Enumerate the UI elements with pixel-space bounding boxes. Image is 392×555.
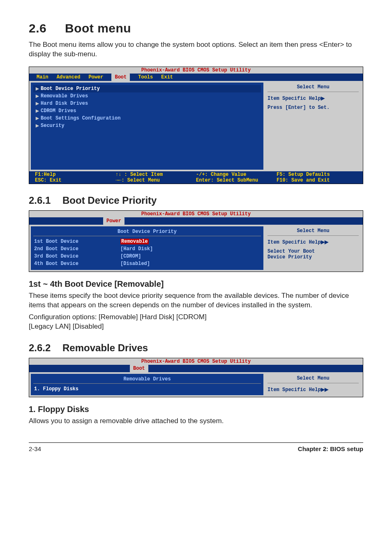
menu-security[interactable]: ▶ Security xyxy=(33,122,261,129)
help-line-1: Item Specific Help▶▶ xyxy=(267,387,359,393)
submenu-arrow-icon: ▶ xyxy=(34,86,41,91)
subsection-heading-261: 2.6.1Boot Device Priority xyxy=(29,195,363,206)
item-heading-floppy: 1. Floppy Disks xyxy=(29,405,363,414)
bios-tabs: Main Advanced Power Boot Tools Exit xyxy=(29,74,363,81)
intro-paragraph: The Boot menu items allow you to change … xyxy=(29,40,363,59)
section-heading: 2.6Boot menu xyxy=(29,21,363,35)
item-paragraph: Allows you to assign a removable drive a… xyxy=(29,417,363,426)
menu-hard-disk-drives[interactable]: ▶ Hard Disk Drives xyxy=(33,100,261,107)
bios-help-pane: Select Menu Item Specific Help▶▶ Select … xyxy=(265,226,361,270)
row-value: [Hard Disk] xyxy=(120,246,153,252)
submenu-arrow-icon: ▶ xyxy=(34,123,41,128)
help-select-menu: Select Menu xyxy=(267,375,359,383)
footer-text: F5: Setup Defaults xyxy=(277,172,330,177)
footer-col-3: -/+: Change Value Enter: Select SubMenu xyxy=(196,172,277,183)
menu-removable-drives[interactable]: ▶ Removable Drives xyxy=(33,92,261,100)
tab-power[interactable]: Power xyxy=(88,74,103,80)
item-paragraph: [Legacy LAN] [Disabled] xyxy=(29,322,363,332)
help-line-3: Device Priority xyxy=(267,254,359,260)
footer-col-1: F1:Help ESC: Exit xyxy=(35,172,115,183)
footer-text: -/+: Change Value xyxy=(196,172,246,177)
help-line-1: Item Specific Help▶ xyxy=(267,95,359,101)
right-arrow-icon: ▶ xyxy=(321,95,325,101)
menu-boot-settings-configuration[interactable]: ▶ Boot Settings Configuration xyxy=(33,115,261,122)
bios-menu-list: Removable Drives 1. Floppy Disks xyxy=(31,374,263,395)
help-line-2: Select Your Boot xyxy=(267,249,359,254)
bios-subheader: Removable Drives xyxy=(33,376,261,384)
page-footer: 2-34 Chapter 2: BIOS setup xyxy=(29,442,363,452)
bios-help-pane: Select Menu Item Specific Help▶▶ xyxy=(265,374,361,395)
submenu-arrow-icon: ▶ xyxy=(34,116,41,120)
bios-tabs: Power xyxy=(29,217,363,225)
help-line-1: Item Specific Help▶▶ xyxy=(267,239,359,245)
row-2nd-boot-device[interactable]: 2nd Boot Device [Hard Disk] xyxy=(33,245,261,253)
row-floppy-disks[interactable]: 1. Floppy Disks xyxy=(33,385,261,393)
footer-text: ESC: Exit xyxy=(35,177,62,183)
tab-tools[interactable]: Tools xyxy=(138,74,153,80)
help-select-menu: Select Menu xyxy=(267,228,359,236)
subsection-heading-262: 2.6.2Removable Drives xyxy=(29,342,363,354)
row-1st-boot-device[interactable]: 1st Boot Device Removable xyxy=(33,238,261,245)
help-text: Item Specific Help xyxy=(267,96,321,101)
tab-boot[interactable]: Boot xyxy=(130,365,148,372)
help-line-2: Press [Enter] to Set. xyxy=(267,105,359,111)
footer-text: F1:Help xyxy=(35,172,55,177)
subsection-number: 2.6.2 xyxy=(29,342,62,354)
menu-boot-device-priority[interactable]: ▶ Boot Device Priority xyxy=(33,85,261,92)
item-heading-boot-device: 1st ~ 4th Boot Device [Removable] xyxy=(29,279,363,289)
footer-col-2: ↑↓ : Select Item →←: Select Menu xyxy=(115,172,196,183)
menu-label: Boot Device Priority xyxy=(41,86,100,92)
row-label: 2nd Boot Device xyxy=(34,246,120,252)
footer-text: F10: Save and Exit xyxy=(277,177,330,183)
bios-priority-panel: Phoenix-Award BIOS CMOS Setup Utility Po… xyxy=(29,210,363,272)
submenu-arrow-icon: ▶ xyxy=(34,101,41,106)
row-label: 1st Boot Device xyxy=(34,239,120,244)
help-text: Item Specific Help xyxy=(267,240,321,245)
footer-text: →←: Select Menu xyxy=(115,177,160,183)
tab-boot[interactable]: Boot xyxy=(111,74,130,81)
row-value: [CDROM] xyxy=(120,253,141,259)
bios-titlebar: Phoenix-Award BIOS CMOS Setup Utility xyxy=(29,67,363,74)
help-select-menu: Select Menu xyxy=(267,84,359,92)
subsection-title: Removable Drives xyxy=(62,342,148,353)
page-number: 2-34 xyxy=(29,445,41,452)
chapter-label: Chapter 2: BIOS setup xyxy=(298,445,363,452)
subsection-title: Boot Device Priority xyxy=(62,195,157,206)
footer-text: Enter: Select SubMenu xyxy=(196,177,258,183)
menu-label: Security xyxy=(41,123,65,129)
right-arrow-icon: ▶▶ xyxy=(321,387,328,392)
tab-power[interactable]: Power xyxy=(103,217,125,225)
bios-help-pane: Select Menu Item Specific Help▶ Press [E… xyxy=(265,83,361,170)
submenu-arrow-icon: ▶ xyxy=(34,108,41,113)
row-label: 1. Floppy Disks xyxy=(34,386,78,392)
row-4th-boot-device[interactable]: 4th Boot Device [Disabled] xyxy=(33,260,261,267)
tab-main[interactable]: Main xyxy=(37,74,48,80)
row-3rd-boot-device[interactable]: 3rd Boot Device [CDROM] xyxy=(33,253,261,260)
row-value: Removable xyxy=(120,239,149,244)
item-paragraph: Configuration options: [Removable] [Hard… xyxy=(29,313,363,322)
submenu-arrow-icon: ▶ xyxy=(34,94,41,98)
tab-advanced[interactable]: Advanced xyxy=(57,74,81,80)
row-label: 3rd Boot Device xyxy=(34,253,120,259)
menu-label: Removable Drives xyxy=(41,93,88,99)
help-text: Item Specific Help xyxy=(267,387,321,393)
section-number: 2.6 xyxy=(29,21,65,35)
menu-label: Hard Disk Drives xyxy=(41,101,88,106)
bios-removable-panel: Phoenix-Award BIOS CMOS Setup Utility Bo… xyxy=(29,358,363,397)
item-paragraph: These items specify the boot device prio… xyxy=(29,291,363,310)
footer-text: ↑↓ : Select Item xyxy=(115,172,163,177)
right-arrow-icon: ▶▶ xyxy=(321,239,328,245)
menu-cdrom-drives[interactable]: ▶ CDROM Drives xyxy=(33,107,261,115)
bios-titlebar: Phoenix-Award BIOS CMOS Setup Utility xyxy=(29,211,363,217)
footer-col-4: F5: Setup Defaults F10: Save and Exit xyxy=(277,172,357,183)
menu-label: Boot Settings Configuration xyxy=(41,115,120,121)
menu-label: CDROM Drives xyxy=(41,108,76,114)
bios-main-panel: Phoenix-Award BIOS CMOS Setup Utility Ma… xyxy=(29,67,363,184)
tab-exit[interactable]: Exit xyxy=(161,74,173,80)
row-value: [Disabled] xyxy=(120,261,150,267)
bios-menu-list: Boot Device Priority 1st Boot Device Rem… xyxy=(31,226,263,270)
subsection-number: 2.6.1 xyxy=(29,195,62,206)
bios-titlebar: Phoenix-Award BIOS CMOS Setup Utility xyxy=(29,358,363,365)
bios-tabs: Boot xyxy=(29,365,363,372)
row-label: 4th Boot Device xyxy=(34,261,120,267)
